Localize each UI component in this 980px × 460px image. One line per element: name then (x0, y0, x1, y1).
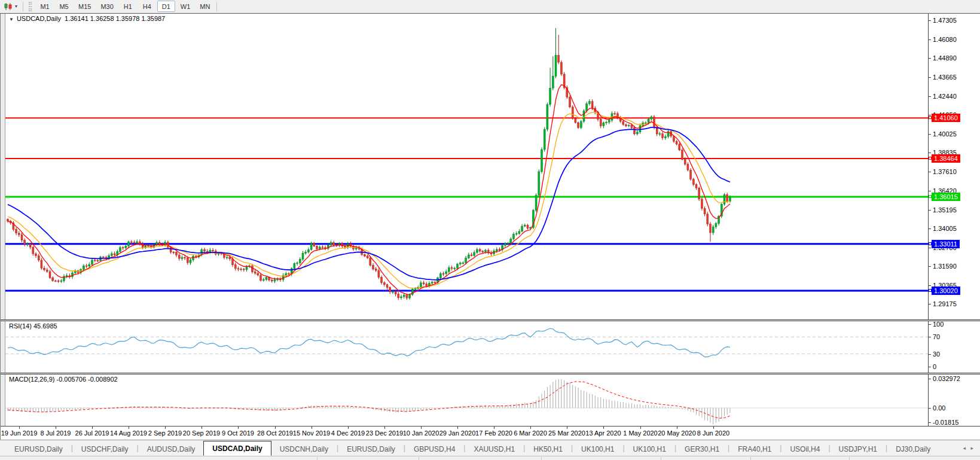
timeframe-button-w1[interactable]: W1 (176, 1, 195, 12)
chart-window: ▼USDCAD,Daily 1.36141 1.36258 1.35978 1.… (0, 13, 980, 440)
chart-title: ▼USDCAD,Daily 1.36141 1.36258 1.35978 1.… (9, 15, 165, 22)
date-tick (202, 427, 202, 429)
timeframe-button-m1[interactable]: M1 (36, 1, 54, 12)
timeframe-toolbar: ▾ M1M5M15M30H1H4D1W1MN (0, 0, 980, 13)
date-tick (713, 427, 714, 429)
status-separator (541, 457, 542, 460)
date-tick-label: 28 Oct 2019 (257, 429, 293, 437)
date-tick (165, 427, 166, 429)
timeframe-button-mn[interactable]: MN (196, 1, 214, 12)
date-tick (238, 427, 239, 429)
date-tick (603, 427, 604, 429)
price-line-label: 1.38464 (932, 154, 960, 163)
macd-axis: 0.0329720.00-0.01815 (928, 374, 980, 426)
price-axis: 1.473051.460801.448901.436651.424401.412… (928, 14, 980, 319)
rsi-chart[interactable] (5, 321, 928, 373)
rsi-tick (929, 324, 931, 325)
date-tick (640, 427, 641, 429)
candlestick-chart-icon (4, 2, 13, 11)
macd-tick (929, 422, 931, 423)
price-tick-label: 1.34005 (933, 225, 957, 232)
chart-tab-uk100-h1[interactable]: UK100,H1 (573, 442, 622, 456)
price-line-notch (929, 242, 932, 245)
price-chart-pane[interactable]: ▼USDCAD,Daily 1.36141 1.36258 1.35978 1.… (5, 14, 928, 319)
date-tick (457, 427, 458, 429)
date-tick (92, 427, 93, 429)
date-tick-label: 19 Jun 2019 (1, 429, 38, 437)
chart-tab-bar: EURUSD,Daily|USDCHF,Daily|AUDUSD,DailyUS… (0, 440, 980, 456)
chart-menu-caret-icon[interactable]: ▼ (9, 17, 14, 22)
rsi-indicator-pane[interactable]: RSI(14) 45.6985 (5, 321, 928, 373)
chart-tab-usdcad-daily[interactable]: USDCAD,Daily (203, 441, 271, 456)
price-line-notch (929, 157, 932, 160)
price-tick-label: 1.40025 (933, 130, 957, 138)
date-tick (677, 427, 677, 429)
timeframe-button-h1[interactable]: H1 (119, 1, 137, 12)
price-tick-label: 1.44890 (933, 54, 957, 62)
date-tick-label: 13 Apr 2020 (585, 429, 621, 437)
price-tick-label: 1.29175 (933, 300, 957, 307)
mt4-application: ▾ M1M5M15M30H1H4D1W1MN ▼USDCAD,Daily 1.3… (0, 0, 980, 460)
macd-tick-label: -0.01815 (933, 419, 958, 426)
date-tick-label: 10 Jan 2020 (403, 429, 439, 437)
date-tick (530, 427, 531, 429)
tab-scroll-arrows[interactable]: ◂ ▸ (958, 445, 980, 451)
date-tick-label: 20 Sep 2019 (183, 429, 220, 437)
price-line-label: 1.33011 (932, 240, 960, 248)
chart-tab-audusd-daily[interactable]: AUDUSD,Daily (139, 442, 204, 456)
date-tick (129, 427, 129, 429)
chart-tab-xauusd-h1[interactable]: XAUUSD,H1 (465, 442, 523, 456)
date-tick-label: 15 Nov 2019 (293, 429, 330, 437)
price-tick (929, 115, 931, 115)
chart-tab-usdjpy-h1[interactable]: USDJPY,H1 (831, 442, 886, 456)
timeframe-button-m5[interactable]: M5 (55, 1, 73, 12)
macd-chart[interactable] (5, 374, 928, 426)
date-tick (567, 427, 567, 429)
date-tick-label: 9 Oct 2019 (222, 429, 254, 437)
rsi-label: RSI(14) 45.6985 (9, 322, 57, 330)
status-separator (661, 457, 661, 460)
chart-tab-gbpusd-h4[interactable]: GBPUSD,H4 (405, 442, 463, 456)
macd-tick (929, 408, 931, 409)
date-tick (494, 427, 494, 429)
status-separator (750, 457, 751, 460)
toolbar-grip[interactable] (29, 2, 32, 11)
timeframe-button-d1[interactable]: D1 (157, 1, 175, 12)
timeframe-button-m15[interactable]: M15 (74, 1, 95, 12)
price-tick-label: 1.43665 (933, 74, 957, 81)
timeframe-button-m30[interactable]: M30 (96, 1, 117, 12)
price-line-label: 1.30020 (932, 287, 960, 295)
date-axis: 19 Jun 20198 Jul 201926 Jul 201914 Aug 2… (1, 426, 980, 440)
price-tick-label: 1.46080 (933, 36, 957, 43)
price-tick-label: 1.47305 (933, 17, 957, 24)
date-tick (312, 427, 312, 429)
chart-type-button[interactable]: ▾ (0, 1, 21, 13)
price-tick-label: 1.42440 (933, 93, 957, 100)
chart-tab-ger30-h1[interactable]: GER30,H1 (676, 442, 728, 456)
price-tick-label: 1.35195 (933, 206, 957, 214)
price-tick (929, 229, 931, 229)
date-tick-label: 6 Mar 2020 (514, 429, 547, 437)
macd-indicator-pane[interactable]: MACD(12,26,9) -0.005706 -0.008902 (5, 374, 928, 426)
chart-tab-usdcnh-daily[interactable]: USDCNH,Daily (271, 442, 337, 456)
chart-tab-usdchf-daily[interactable]: USDCHF,Daily (73, 442, 137, 456)
chart-tab-dj30-daily[interactable]: DJ30,Daily (887, 442, 939, 456)
chart-tab-usoil-h4[interactable]: USOil,H4 (781, 442, 828, 456)
date-tick (19, 427, 20, 429)
candlestick-chart[interactable] (5, 14, 928, 319)
chart-tab-eurusd-daily[interactable]: EURUSD,Daily (338, 442, 404, 456)
chart-tab-uk100-h1[interactable]: UK100,H1 (625, 442, 674, 456)
timeframe-button-h4[interactable]: H4 (138, 1, 156, 12)
status-separator (317, 457, 317, 460)
date-tick (421, 427, 422, 429)
price-tick (929, 210, 931, 211)
chart-tab-eurusd-daily[interactable]: EURUSD,Daily (6, 442, 71, 456)
price-tick (929, 134, 931, 135)
date-tick (275, 427, 276, 429)
chart-tab-hk50-h1[interactable]: HK50,H1 (525, 442, 571, 456)
price-line-notch (929, 289, 932, 292)
date-tick-label: 4 Dec 2019 (331, 429, 365, 437)
price-tick (929, 266, 931, 267)
chart-tab-fra40-h1[interactable]: FRA40,H1 (729, 442, 780, 456)
status-separator (849, 457, 850, 460)
